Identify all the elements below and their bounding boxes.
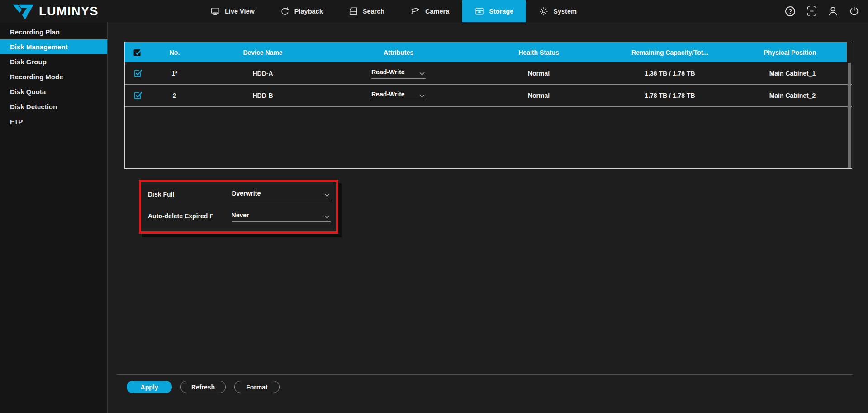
format-button[interactable]: Format: [234, 381, 280, 393]
auto-delete-value: Never: [232, 211, 249, 219]
scan-icon[interactable]: [806, 5, 817, 17]
utility-icons: ?: [784, 0, 860, 22]
select-all-checkbox[interactable]: [125, 48, 150, 58]
storage-box-icon: [474, 6, 484, 16]
actions-divider: [117, 374, 853, 375]
table-row[interactable]: 2 HDD-B Read-Write Normal 1.78 TB / 1.78…: [125, 85, 852, 107]
user-icon[interactable]: [827, 5, 839, 17]
disk-settings-highlight-box: Disk Full Overwrite Auto-delete Expired …: [139, 180, 338, 234]
disk-table: No. Device Name Attributes Health Status…: [124, 42, 852, 169]
checkbox-checked-icon: [133, 68, 142, 78]
cell-no: 1*: [150, 70, 199, 77]
disk-full-value: Overwrite: [232, 190, 261, 197]
nav-label: Playback: [294, 8, 323, 15]
sidebar-item-disk-management[interactable]: Disk Management: [0, 39, 107, 54]
nav-live-view[interactable]: Live View: [198, 0, 267, 22]
attributes-dropdown[interactable]: Read-Write: [371, 68, 426, 79]
top-bar: LUMINYS Live View Playback Searc: [0, 0, 868, 22]
power-icon[interactable]: [848, 5, 860, 17]
help-icon[interactable]: ?: [784, 5, 796, 17]
column-header-attributes: Attributes: [326, 49, 471, 56]
checkbox-checked-icon: [133, 91, 142, 101]
document-icon: [348, 6, 358, 16]
column-header-device-name: Device Name: [199, 49, 326, 56]
replay-arrow-icon: [280, 6, 290, 16]
row-checkbox[interactable]: [125, 91, 150, 101]
gear-icon: [539, 6, 549, 16]
table-row[interactable]: 1* HDD-A Read-Write Normal 1.38 TB / 1.7…: [125, 62, 852, 85]
chevron-down-icon: [419, 94, 425, 98]
cctv-camera-icon: [410, 6, 421, 16]
nav-playback[interactable]: Playback: [267, 0, 336, 22]
column-header-capacity: Remaining Capacity/Tot...: [607, 49, 733, 56]
column-header-health-status: Health Status: [471, 49, 607, 56]
refresh-button[interactable]: Refresh: [180, 381, 226, 393]
sidebar-item-disk-group[interactable]: Disk Group: [0, 54, 107, 69]
apply-button[interactable]: Apply: [127, 381, 172, 393]
auto-delete-setting: Auto-delete Expired Fil... Never: [148, 211, 331, 222]
brand-name: LUMINYS: [39, 5, 99, 19]
chevron-down-icon: [419, 72, 425, 76]
sidebar: Recording Plan Disk Management Disk Grou…: [0, 22, 108, 413]
column-header-physical-position: Physical Position: [733, 49, 847, 56]
nav-label: Storage: [489, 8, 513, 15]
auto-delete-dropdown[interactable]: Never: [232, 211, 331, 222]
cell-device-name: HDD-A: [199, 70, 326, 77]
sidebar-item-disk-detection[interactable]: Disk Detection: [0, 99, 107, 114]
action-buttons: Apply Refresh Format: [127, 381, 280, 393]
attributes-value: Read-Write: [371, 68, 405, 76]
chevron-down-icon: [324, 215, 330, 219]
nav-label: Live View: [225, 8, 255, 15]
table-scrollbar[interactable]: [848, 63, 851, 168]
brand-logo: LUMINYS: [13, 2, 99, 21]
cell-health-status: Normal: [471, 92, 607, 99]
cell-physical-position: Main Cabinet_2: [733, 92, 852, 99]
attributes-dropdown[interactable]: Read-Write: [371, 91, 426, 101]
monitor-icon: [210, 6, 220, 16]
nav-search[interactable]: Search: [336, 0, 397, 22]
luminys-v-logo-icon: [13, 3, 34, 20]
sidebar-item-recording-plan[interactable]: Recording Plan: [0, 24, 107, 39]
attributes-value: Read-Write: [371, 91, 405, 98]
cell-device-name: HDD-B: [199, 92, 326, 99]
cell-health-status: Normal: [471, 70, 607, 77]
nav-label: System: [553, 8, 577, 15]
sidebar-item-recording-mode[interactable]: Recording Mode: [0, 69, 107, 84]
auto-delete-label: Auto-delete Expired Fil...: [148, 211, 213, 220]
disk-full-label: Disk Full: [148, 190, 213, 198]
sidebar-item-disk-quota[interactable]: Disk Quota: [0, 84, 107, 99]
disk-full-setting: Disk Full Overwrite: [148, 190, 331, 200]
nav-label: Camera: [425, 8, 449, 15]
cell-physical-position: Main Cabinet_1: [733, 70, 852, 77]
main-navigation: Live View Playback Search: [198, 0, 589, 22]
nav-system[interactable]: System: [526, 0, 589, 22]
nav-camera[interactable]: Camera: [397, 0, 462, 22]
cell-no: 2: [150, 92, 199, 99]
cell-capacity: 1.38 TB / 1.78 TB: [607, 70, 733, 77]
sidebar-item-ftp[interactable]: FTP: [0, 114, 107, 129]
cell-capacity: 1.78 TB / 1.78 TB: [607, 92, 733, 99]
nav-label: Search: [363, 8, 384, 15]
chevron-down-icon: [324, 193, 330, 197]
column-header-no: No.: [150, 49, 199, 56]
storage-disk-management-page: LUMINYS Live View Playback Searc: [0, 0, 868, 413]
row-checkbox[interactable]: [125, 68, 150, 78]
nav-storage[interactable]: Storage: [462, 0, 526, 22]
disk-full-dropdown[interactable]: Overwrite: [232, 190, 331, 200]
table-header-row: No. Device Name Attributes Health Status…: [125, 42, 847, 62]
checkbox-checked-icon: [133, 48, 142, 58]
